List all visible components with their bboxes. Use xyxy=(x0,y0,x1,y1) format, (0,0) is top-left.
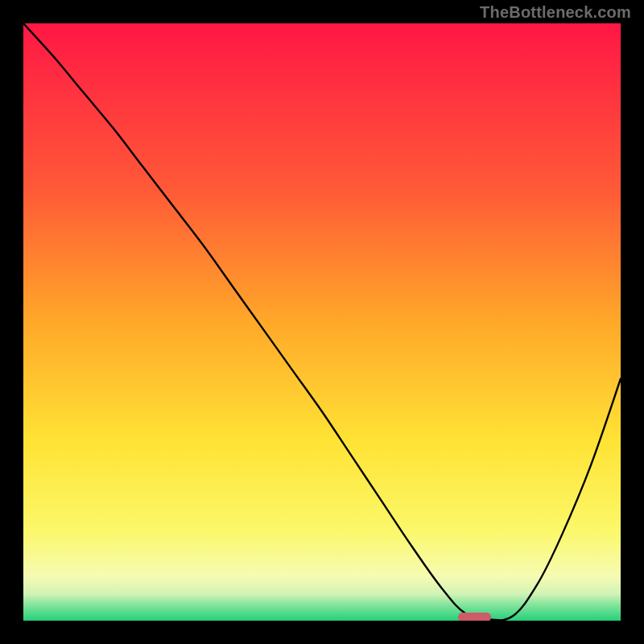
watermark-text: TheBottleneck.com xyxy=(480,3,631,22)
bottleneck-curve xyxy=(23,23,621,621)
chart-frame: TheBottleneck.com xyxy=(0,0,644,644)
optimum-marker xyxy=(458,613,491,621)
plot-area xyxy=(23,23,621,621)
